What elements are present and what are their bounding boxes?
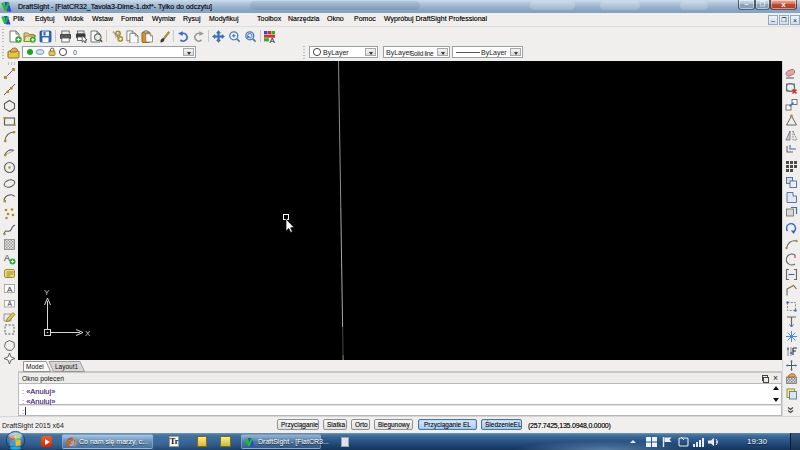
svg-text:Y: Y	[44, 288, 50, 297]
svg-text:A: A	[7, 285, 13, 294]
svg-text:A: A	[7, 300, 12, 307]
svg-text:X: X	[85, 329, 91, 338]
svg-text:A: A	[4, 253, 10, 263]
svg-text:A: A	[270, 36, 276, 43]
